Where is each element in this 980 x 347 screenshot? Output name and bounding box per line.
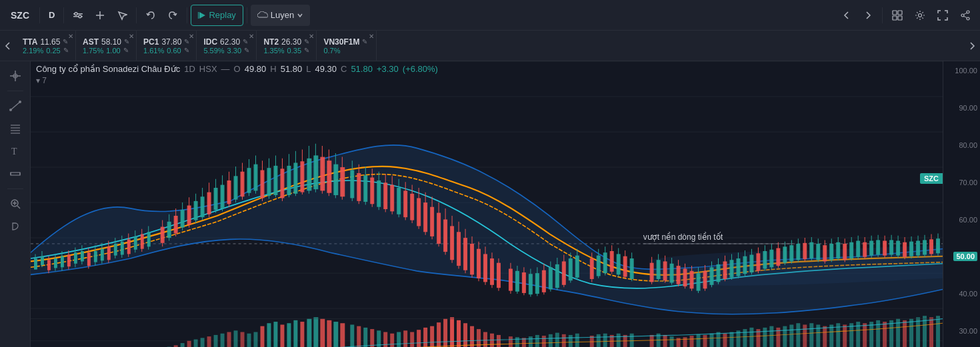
ticker-item-ast[interactable]: ✕ AST 58.10 ✎ 1.75% 1.00 ✎ [76,31,137,61]
ticker-item-pc1[interactable]: ✕ PC1 37.80 ✎ 1.61% 0.60 ✎ [137,31,197,61]
svg-rect-338 [234,330,238,347]
fib-icon [9,123,21,135]
svg-rect-11 [898,16,902,20]
ohlc-close-val: 51.80 [351,64,373,74]
ticker-change-nt2: 1.35% [263,47,284,55]
grid-icon [892,10,903,21]
ticker-left-nav[interactable] [0,31,16,61]
zoom-tool[interactable] [5,193,26,214]
svg-rect-368 [437,322,441,347]
svg-rect-56 [67,255,71,267]
svg-rect-431 [883,322,887,347]
crosshair-tool[interactable] [5,65,26,87]
ticker-item-nt2[interactable]: ✕ NT2 26.30 ✎ 1.35% 0.35 ✎ [257,31,317,61]
ticker-close-tta[interactable]: ✕ [68,33,73,40]
right-toolbar-icons [837,5,976,26]
fib-tool[interactable] [5,118,26,139]
left-sidebar: T [0,61,31,347]
replay-label: Replay [209,10,235,20]
szc-price-badge: SZC [920,173,943,184]
ticker-close-pc1[interactable]: ✕ [189,33,194,40]
fullscreen-icon [937,10,948,21]
ticker-right-nav[interactable] [964,31,980,61]
svg-rect-434 [903,320,907,347]
indicator-count[interactable]: ▾ 7 [36,76,47,85]
ticker-strip: ✕ TTA 11.65 ✎ 2.19% 0.25 ✎ ✕ AST 58.10 ✎… [0,31,980,61]
indicators-button[interactable] [67,5,89,26]
ticker-price-tta: 11.65 [40,37,60,47]
svg-rect-372 [463,323,467,347]
ticker-close-ast[interactable]: ✕ [129,33,134,40]
ticker-price-ast: 58.10 [101,37,121,47]
fullscreen-button[interactable] [932,5,953,26]
svg-rect-423 [829,324,833,347]
right-nav-button[interactable] [858,5,878,26]
svg-rect-439 [936,316,940,347]
cloud-button[interactable]: Luyen [251,5,310,26]
interval-button[interactable]: D [43,5,60,26]
ticker-close-vn30f1m[interactable]: ✕ [369,33,374,40]
trend-line-tool[interactable] [5,95,26,117]
ticker-change-pc1: 1.61% [143,47,164,55]
svg-rect-386 [562,334,566,347]
svg-point-22 [9,109,12,111]
grid-button[interactable] [887,5,908,26]
ticker-edit-vn30f1m[interactable]: ✎ [362,38,367,45]
svg-rect-432 [889,320,893,347]
text-tool[interactable]: T [5,141,26,162]
ticker-symbol-ast: AST [83,37,99,47]
ticker-change-ast: 1.75% [83,47,103,55]
svg-rect-371 [457,320,461,347]
add-button[interactable] [89,5,111,26]
svg-rect-347 [293,320,297,347]
svg-rect-378 [509,336,513,347]
ohlc-low-val: 49.30 [315,64,337,74]
svg-rect-357 [363,328,367,347]
svg-rect-406 [716,332,720,347]
redo-button[interactable] [162,5,183,26]
chart-info-row: Công ty cổ phần Sonadezi Châu Đức 1D HSX… [31,61,943,77]
indicators-icon [73,10,83,21]
ticker-items: ✕ TTA 11.65 ✎ 2.19% 0.25 ✎ ✕ AST 58.10 ✎… [16,31,964,61]
replay-button[interactable]: Replay [191,5,243,26]
magnet-tool[interactable] [5,216,26,237]
svg-rect-361 [390,334,394,347]
left-nav-button[interactable] [837,5,857,26]
price-80: 80.00 [946,141,977,149]
chart-container: Công ty cổ phần Sonadezi Châu Đức 1D HSX… [31,61,943,347]
ticker-item-idc[interactable]: ✕ IDC 62.30 ✎ 5.59% 3.30 ✎ [197,31,257,61]
svg-rect-10 [893,16,897,20]
undo-button[interactable] [140,5,161,26]
ticker-close-idc[interactable]: ✕ [249,33,254,40]
settings-button[interactable] [909,5,931,26]
ticker-item-tta[interactable]: ✕ TTA 11.65 ✎ 2.19% 0.25 ✎ [16,31,76,61]
ticker-edit-idc[interactable]: ✎ [243,38,248,45]
ticker-change2-tta: 0.25 [46,47,60,55]
svg-rect-373 [470,326,474,347]
price-60: 60.00 [946,216,977,224]
ticker-close-nt2[interactable]: ✕ [309,33,314,40]
svg-rect-387 [569,335,573,347]
svg-text:T: T [11,147,17,157]
svg-rect-379 [515,337,519,347]
ohlc-high-val: 51.80 [281,64,303,74]
ohlc-open-label: O [234,64,241,74]
svg-rect-345 [280,324,284,347]
chart-svg[interactable]: vượt nền dòng tiền tốt [31,61,943,347]
svg-point-12 [919,13,922,17]
svg-rect-416 [783,326,787,347]
right-arrow-icon [863,11,873,20]
ticker-item-vn30f1m[interactable]: ✕ VN30F1M ✎ 0.7% [317,31,377,61]
svg-rect-356 [357,326,361,347]
svg-rect-62 [87,252,91,266]
measure-tool[interactable] [5,163,26,184]
svg-rect-337 [227,332,231,347]
share-button[interactable] [955,5,976,26]
svg-rect-331 [187,341,191,347]
svg-rect-334 [207,336,211,347]
symbol-button[interactable]: SZC [4,5,36,26]
svg-rect-330 [181,343,185,347]
cursor-button[interactable] [111,5,133,26]
svg-rect-8 [893,11,897,15]
svg-rect-369 [443,319,447,347]
